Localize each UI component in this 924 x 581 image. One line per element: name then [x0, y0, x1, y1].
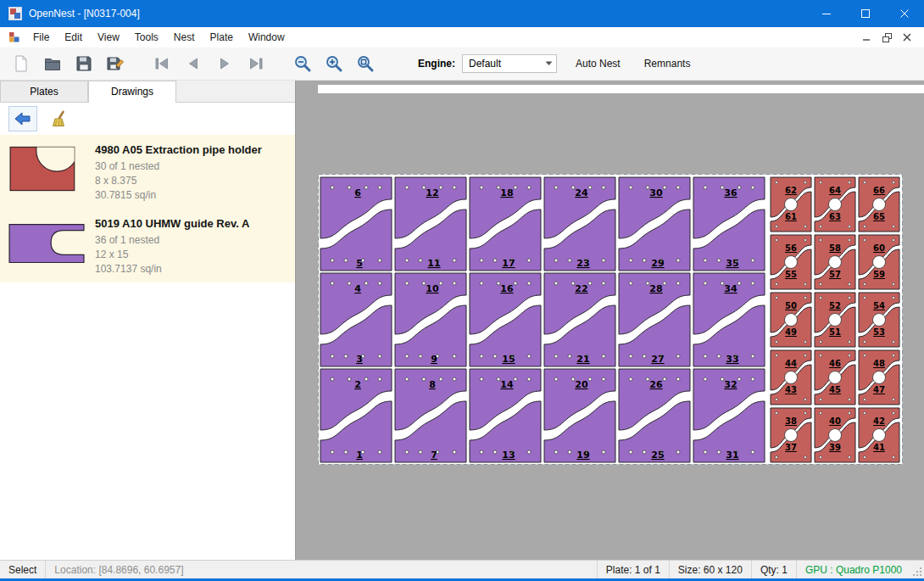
drill-hole [893, 341, 895, 344]
new-button[interactable] [5, 50, 36, 77]
drill-hole [527, 259, 531, 262]
part-pair-red[interactable]: 5857 [815, 235, 855, 289]
drill-hole [453, 450, 456, 454]
nest-canvas[interactable]: 6512111817242330293635431091615222128273… [296, 81, 924, 560]
drawing-list-item[interactable]: 5019 A10 UHMW guide Rev. A 36 of 1 neste… [0, 209, 295, 282]
part-number: 58 [829, 243, 841, 253]
maximize-button[interactable] [846, 0, 885, 27]
save-as-button[interactable] [99, 50, 131, 77]
zoom-fit-button[interactable] [349, 50, 381, 77]
circular-cutout [829, 198, 842, 211]
part-pair-red[interactable]: 4645 [815, 350, 855, 405]
drill-hole [453, 355, 456, 358]
circular-cutout [873, 256, 886, 269]
drill-hole [378, 282, 381, 285]
drill-hole [893, 239, 895, 242]
mdi-restore-button[interactable] [877, 29, 897, 46]
document-system-icon[interactable] [8, 31, 20, 43]
part-number: 35 [726, 258, 738, 269]
drill-hole [776, 239, 778, 242]
drill-hole [344, 450, 348, 454]
circular-cutout [873, 429, 886, 442]
part-pair-red[interactable]: 5049 [771, 293, 811, 347]
resize-grip[interactable] [910, 561, 924, 578]
tab-plates[interactable]: Plates [0, 81, 88, 102]
save-as-icon [106, 54, 125, 73]
part-number: 6 [354, 187, 361, 198]
drill-hole [663, 377, 666, 381]
open-button[interactable] [36, 50, 68, 77]
drill-hole [849, 341, 851, 344]
drill-hole [629, 355, 632, 358]
menu-file[interactable]: File [25, 28, 57, 47]
drill-hole [820, 283, 822, 286]
drill-hole [804, 226, 807, 228]
part-pair-red[interactable]: 6261 [771, 177, 811, 232]
zoom-in-button[interactable] [318, 50, 349, 77]
part-number: 24 [575, 187, 588, 198]
mdi-close-button[interactable] [897, 29, 917, 46]
drill-hole [776, 226, 778, 228]
part-pair-red[interactable]: 5251 [815, 293, 855, 347]
first-plate-button[interactable] [146, 50, 177, 77]
save-button[interactable] [68, 50, 99, 77]
part-pair-red[interactable]: 5655 [771, 235, 811, 289]
next-plate-button[interactable] [209, 50, 240, 77]
drill-hole [554, 186, 558, 189]
part-pair-red[interactable]: 6463 [815, 177, 855, 232]
menu-window[interactable]: Window [241, 28, 292, 47]
drill-hole [820, 182, 822, 184]
part-pair-red[interactable]: 4241 [859, 408, 899, 462]
part-number: 8 [429, 379, 436, 390]
part-number: 14 [500, 379, 514, 390]
close-button[interactable] [885, 0, 924, 27]
plate-view[interactable]: 6512111817242330293635431091615222128273… [318, 174, 903, 465]
circular-cutout [873, 314, 886, 327]
part-pair-red[interactable]: 3837 [771, 408, 811, 462]
drill-hole [554, 282, 558, 285]
auto-nest-button[interactable]: Auto Nest [571, 53, 626, 74]
part-number: 29 [651, 258, 664, 269]
clean-drawings-button[interactable] [46, 106, 75, 131]
circular-cutout [873, 198, 886, 211]
part-number: 4 [354, 283, 361, 294]
window-title: OpenNest - [N0317-004] [29, 8, 140, 20]
drawing-list: 4980 A05 Extraction pipe holder 30 of 1 … [0, 135, 295, 282]
menu-view[interactable]: View [90, 28, 127, 47]
import-drawing-button[interactable] [8, 106, 37, 131]
remnants-button[interactable]: Remnants [639, 53, 696, 74]
part-number: 20 [575, 379, 588, 390]
drill-hole [704, 259, 707, 262]
tab-drawings[interactable]: Drawings [88, 81, 176, 103]
drill-hole [514, 377, 517, 381]
drawing-list-item[interactable]: 4980 A05 Extraction pipe holder 30 of 1 … [0, 135, 295, 209]
part-pair-red[interactable]: 4443 [771, 350, 811, 405]
part-pair-red[interactable]: 6059 [859, 235, 899, 289]
menu-plate[interactable]: Plate [203, 28, 241, 47]
drawing-area: 103.7137 sq/in [95, 262, 249, 277]
part-number: 62 [785, 186, 797, 195]
drill-hole [820, 355, 822, 357]
menu-tools[interactable]: Tools [127, 28, 166, 47]
part-pair-red[interactable]: 4847 [859, 350, 899, 405]
drill-hole [864, 399, 866, 401]
previous-plate-button[interactable] [177, 50, 209, 77]
part-pair-red[interactable]: 5453 [859, 293, 899, 347]
part-pair-red[interactable]: 4039 [815, 408, 855, 462]
part-number: 45 [829, 385, 841, 394]
zoom-out-button[interactable] [287, 50, 318, 77]
menu-nest[interactable]: Nest [166, 28, 203, 47]
engine-select[interactable]: Default [462, 54, 557, 73]
status-mode: Select [0, 561, 45, 578]
last-plate-button[interactable] [240, 50, 271, 77]
part-pair-red[interactable]: 6665 [859, 177, 899, 232]
minimize-button[interactable] [807, 0, 846, 27]
drill-hole [864, 297, 866, 299]
drill-hole [602, 450, 605, 454]
mdi-minimize-button[interactable] [856, 29, 877, 46]
circular-cutout [829, 372, 842, 384]
drill-hole [864, 283, 866, 286]
menu-edit[interactable]: Edit [57, 28, 90, 47]
drill-hole [820, 226, 822, 228]
drill-hole [751, 450, 754, 454]
